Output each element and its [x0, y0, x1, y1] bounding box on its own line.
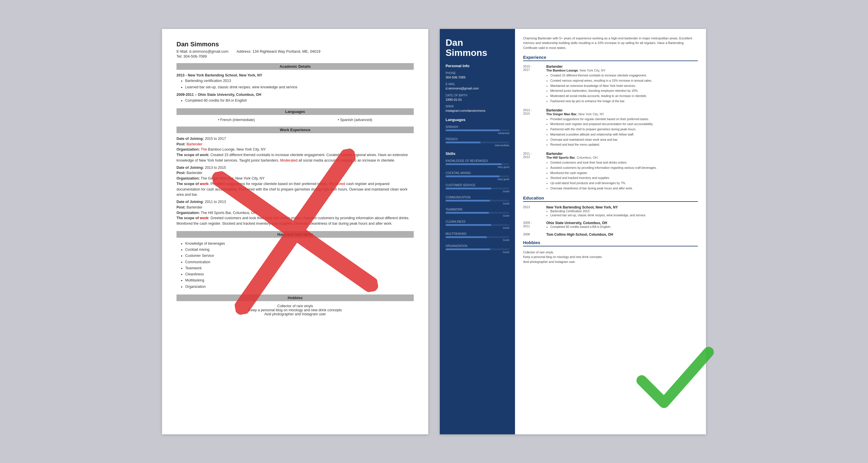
work-entry-3: Date of Joining: 2011 to 2013 Post: Bart…: [177, 199, 414, 226]
edu-year-2: 2009 -2011: [523, 221, 544, 228]
exp-entry-3: 2011 -2013 Bartender The Hill Sports Bar…: [523, 152, 698, 192]
hobby-item: Keep a personal blog on mixology and new…: [177, 308, 414, 312]
academic-bullet: Completed 60 credits for BA in English: [185, 97, 414, 104]
exp-org-2: The Ginger Man Bar, New York City, NY: [546, 112, 698, 116]
skill-clean-label: CLEANLINESS: [445, 220, 509, 223]
edu-body-2: Ohio State University, Columbus, OH Comp…: [546, 221, 698, 228]
skill-team-bg: [445, 212, 509, 214]
academic-header: Academic Details: [177, 63, 414, 70]
edu-year-1: 2013: [523, 205, 544, 209]
skill-bev-label: KNOWLEDGE OF BEVERAGES: [445, 159, 509, 163]
exp-entry-2: 2013 -2015 Bartender The Ginger Man Bar,…: [523, 108, 698, 148]
skill-cs-level: Good: [445, 190, 509, 193]
exp-body-1: Bartender The Bamboo Lounge, New York Ci…: [546, 64, 698, 104]
left-email: E-Mail: d.simmons@gmail.com Address: 134…: [177, 49, 414, 54]
dob-value: 1990-01-01: [445, 97, 509, 102]
edu-year-3: 2008: [523, 233, 544, 236]
left-resume: Dan Simmons E-Mail: d.simmons@gmail.com …: [162, 29, 428, 434]
languages-list: French (intermediate) Spanish (advanced): [177, 118, 414, 122]
phone-label: Phone: [445, 71, 509, 75]
skill-comm-label: COMMUNICATION: [445, 196, 509, 199]
exp-title-3: Bartender: [546, 152, 698, 156]
skill-team-fill: [445, 212, 489, 214]
exp-entry-1: 2015 -2017 Bartender The Bamboo Lounge, …: [523, 64, 698, 104]
skill-cs-label: CUSTOMER SERVICE: [445, 183, 509, 187]
hobby-item: Avid photographer and Instagram user: [177, 312, 414, 316]
skill-org-level: Good: [445, 251, 509, 254]
skill-item: Customer Service: [185, 253, 414, 259]
skills-title: Skills: [445, 151, 509, 156]
experience-title: Experience: [523, 55, 698, 61]
lang-spanish-bar-bg: [445, 129, 509, 131]
skill-item: Organization: [185, 284, 414, 290]
skill-cocktail-bg: [445, 175, 509, 177]
skill-comm-bg: [445, 200, 509, 202]
lang-french-level: Intermediate: [445, 144, 509, 147]
skill-team-level: Good: [445, 214, 509, 217]
hobby-item: Collector of rare vinyls: [177, 304, 414, 308]
edu-entry-2: 2009 -2011 Ohio State University, Columb…: [523, 221, 698, 229]
phone-value: 304-506-7089: [445, 75, 509, 80]
main-container: Dan Simmons E-Mail: d.simmons@gmail.com …: [151, 18, 717, 446]
edu-entry-3: 2008 Tom Collins High School, Columbus, …: [523, 233, 698, 237]
skill-clean-fill: [445, 224, 491, 226]
lang-french-bar-fill: [445, 142, 480, 143]
skill-bev-fill: [445, 163, 502, 165]
skill-org-bg: [445, 249, 509, 250]
personal-info-title: Personal Info: [445, 64, 509, 68]
lang-french-label: French: [445, 138, 509, 141]
email-value: d.simmons@gmail.com: [445, 86, 509, 91]
work-entry-1: Date of Joining: 2015 to 2017 Post: Bart…: [177, 136, 414, 163]
academic-entry-1: 2013 - New York Bartending School, New Y…: [177, 73, 414, 90]
skill-item: Knowledge of beverages: [185, 241, 414, 247]
skill-multi-level: Good: [445, 239, 509, 241]
skill-item: Cocktail mixing: [185, 247, 414, 253]
exp-dates-1: 2015 -2017: [523, 64, 544, 71]
left-name: Dan Simmons: [177, 40, 414, 48]
skill-clean-bg: [445, 224, 509, 226]
lang-french: French (intermediate): [218, 118, 255, 122]
exp-bullets-1: Created 15 different themed cocktails to…: [546, 73, 698, 104]
education-title: Education: [523, 196, 698, 202]
skill-cs-fill: [445, 187, 491, 190]
work-header: Work Experience: [177, 126, 414, 133]
skills-list: Knowledge of beverages Cocktail mixing C…: [185, 241, 414, 290]
hobby-item-2: Keep a personal blog on mixology and new…: [523, 255, 698, 259]
skill-cocktail-level: Very good: [445, 178, 509, 181]
skills-header: Hard and Soft Skills: [177, 231, 414, 238]
skill-multi-fill: [445, 236, 487, 238]
lang-spanish: Spanish (advanced): [338, 118, 372, 122]
summary-text: Charming Bartender with 5+ years of expe…: [523, 36, 698, 50]
hobbies-list: Collector of rare vinyls Keep a personal…: [177, 304, 414, 316]
skill-bev-level: Very good: [445, 166, 509, 169]
hobbies-content: Collector of rare vinyls. Keep a persona…: [523, 250, 698, 264]
edu-body-1: New York Bartending School, New York, NY…: [546, 205, 698, 217]
skill-org-fill: [445, 249, 490, 250]
sidebar: Dan Simmons Personal Info Phone 304-506-…: [440, 29, 515, 434]
main-content: Charming Bartender with 5+ years of expe…: [515, 29, 706, 434]
exp-bullets-3: Greeted customers and took their food an…: [546, 161, 698, 191]
lang-spanish-label: Spanish: [445, 125, 509, 128]
skill-comm-fill: [445, 200, 490, 202]
exp-dates-2: 2013 -2015: [523, 108, 544, 115]
hobby-item-1: Collector of rare vinyls.: [523, 250, 698, 255]
exp-body-3: Bartender The Hill Sports Bar, Columbus,…: [546, 152, 698, 191]
skill-cocktail-label: COCKTAIL MIXING: [445, 171, 509, 175]
lang-spanish-bar-fill: [445, 129, 500, 131]
skill-cs-bg: [445, 187, 509, 190]
skill-org-label: ORGANIZATION: [445, 244, 509, 248]
lang-french-bar-bg: [445, 142, 509, 143]
edu-details-2: Completed 60 credits toward a BA in Engl…: [546, 225, 698, 228]
skill-multi-label: MULTITASKING: [445, 232, 509, 235]
exp-org-3: The Hill Sports Bar, Columbus, OH: [546, 156, 698, 159]
edu-school-1: New York Bartending School, New York, NY: [546, 205, 698, 209]
academic-bullet: Bartending certification 2013: [185, 78, 414, 84]
email-label: E-mail: [445, 83, 509, 86]
languages-header: Languages: [177, 108, 414, 115]
lang-spanish-level: Advanced: [445, 132, 509, 135]
exp-bullets-2: Provided suggestions for regular cliente…: [546, 117, 698, 147]
edu-entry-1: 2013 New York Bartending School, New Yor…: [523, 205, 698, 218]
skill-cocktail-fill: [445, 175, 500, 177]
edu-school-2: Ohio State University, Columbus, OH: [546, 221, 698, 225]
skill-item: Teamwork: [185, 265, 414, 271]
